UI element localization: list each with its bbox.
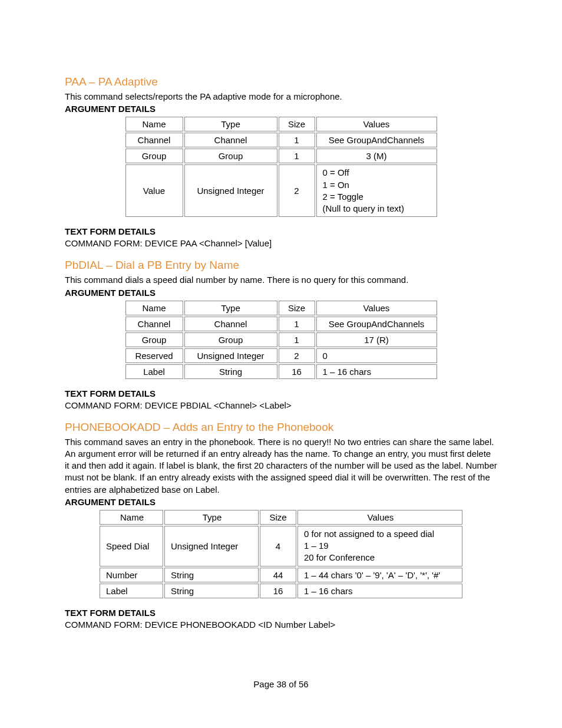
text-form-phonebookadd: TEXT FORM DETAILS COMMAND FORM: DEVICE P… xyxy=(65,608,497,630)
table-cell: 1 xyxy=(279,149,315,163)
table-cell: 17 (R) xyxy=(316,332,437,347)
text-form-details-label: TEXT FORM DETAILS xyxy=(65,608,497,618)
arg-table-body: ChannelChannel1See GroupAndChannelsGroup… xyxy=(125,317,437,379)
arg-table-paa: Name Type Size Values ChannelChannel1See… xyxy=(124,116,438,218)
table-cell: 1 – 16 chars xyxy=(297,584,462,598)
command-form-paa: COMMAND FORM: DEVICE PAA <Channel> [Valu… xyxy=(65,238,497,248)
table-cell: Unsigned Integer xyxy=(184,164,277,217)
table-cell: Channel xyxy=(184,317,277,331)
th-size: Size xyxy=(279,117,315,131)
table-row: ChannelChannel1See GroupAndChannels xyxy=(125,317,437,331)
th-name: Name xyxy=(125,301,183,315)
th-type: Type xyxy=(184,117,277,131)
page: PAA – PA Adaptive This command selects/r… xyxy=(0,0,562,728)
table-cell: Speed Dial xyxy=(100,526,163,566)
table-cell: Group xyxy=(125,149,183,163)
table-cell: String xyxy=(164,568,259,582)
table-row: ValueUnsigned Integer20 = Off1 = On2 = T… xyxy=(125,164,437,217)
th-size: Size xyxy=(260,510,296,525)
arg-table-body: ChannelChannel1See GroupAndChannelsGroup… xyxy=(125,133,437,217)
section-heading-paa: PAA – PA Adaptive xyxy=(65,75,497,88)
th-name: Name xyxy=(125,117,183,131)
table-cell: Number xyxy=(100,568,163,582)
table-cell: Unsigned Integer xyxy=(184,348,277,363)
table-row: LabelString161 – 16 chars xyxy=(125,364,437,379)
th-size: Size xyxy=(279,301,315,315)
table-cell: See GroupAndChannels xyxy=(316,317,437,331)
table-cell: 1 xyxy=(279,133,315,147)
th-values: Values xyxy=(297,510,462,525)
table-header-row: Name Type Size Values xyxy=(125,301,437,315)
table-cell: 4 xyxy=(260,526,296,566)
table-cell: Reserved xyxy=(125,348,183,363)
table-cell: 0 for not assigned to a speed dial1 – 19… xyxy=(297,526,462,566)
argument-details-label: ARGUMENT DETAILS xyxy=(65,497,497,507)
argument-details-label: ARGUMENT DETAILS xyxy=(65,104,497,114)
table-cell: 1 – 16 chars xyxy=(316,364,437,379)
table-cell: Group xyxy=(125,332,183,347)
table-cell: Label xyxy=(125,364,183,379)
section-desc-pbdial: This command dials a speed dial number b… xyxy=(65,274,497,286)
table-cell: Channel xyxy=(125,317,183,331)
table-cell: Channel xyxy=(184,133,277,147)
text-form-pbdial: TEXT FORM DETAILS COMMAND FORM: DEVICE P… xyxy=(65,388,497,410)
table-header-row: Name Type Size Values xyxy=(125,117,437,131)
th-values: Values xyxy=(316,301,437,315)
section-heading-phonebookadd: PHONEBOOKADD – Adds an Entry to the Phon… xyxy=(65,421,497,434)
table-cell: Label xyxy=(100,584,163,598)
text-form-details-label: TEXT FORM DETAILS xyxy=(65,226,497,236)
table-cell: String xyxy=(184,364,277,379)
table-cell: 2 xyxy=(279,164,315,217)
table-cell: See GroupAndChannels xyxy=(316,133,437,147)
table-row: ChannelChannel1See GroupAndChannels xyxy=(125,133,437,147)
table-row: GroupGroup117 (R) xyxy=(125,332,437,347)
table-cell: 0 xyxy=(316,348,437,363)
table-cell: Unsigned Integer xyxy=(164,526,259,566)
arg-table-body: Speed DialUnsigned Integer40 for not ass… xyxy=(100,526,462,598)
table-row: ReservedUnsigned Integer20 xyxy=(125,348,437,363)
table-cell: 1 – 44 chars '0' – '9', 'A' – 'D', '*', … xyxy=(297,568,462,582)
th-name: Name xyxy=(100,510,163,525)
table-row: LabelString161 – 16 chars xyxy=(100,584,462,598)
page-footer: Page 38 of 56 xyxy=(0,679,562,689)
table-cell: 0 = Off1 = On2 = Toggle(Null to query in… xyxy=(316,164,437,217)
text-form-paa: TEXT FORM DETAILS COMMAND FORM: DEVICE P… xyxy=(65,226,497,248)
table-cell: 16 xyxy=(279,364,315,379)
table-cell: 2 xyxy=(279,348,315,363)
table-row: GroupGroup13 (M) xyxy=(125,149,437,163)
table-row: NumberString441 – 44 chars '0' – '9', 'A… xyxy=(100,568,462,582)
arg-table-phonebookadd: Name Type Size Values Speed DialUnsigned… xyxy=(98,509,464,599)
arg-table-pbdial: Name Type Size Values ChannelChannel1See… xyxy=(124,299,438,380)
th-type: Type xyxy=(164,510,259,525)
table-cell: 1 xyxy=(279,332,315,347)
table-cell: 44 xyxy=(260,568,296,582)
th-type: Type xyxy=(184,301,277,315)
table-cell: Channel xyxy=(125,133,183,147)
table-row: Speed DialUnsigned Integer40 for not ass… xyxy=(100,526,462,566)
table-cell: Group xyxy=(184,149,277,163)
table-cell: 3 (M) xyxy=(316,149,437,163)
text-form-details-label: TEXT FORM DETAILS xyxy=(65,388,497,398)
table-cell: 1 xyxy=(279,317,315,331)
table-header-row: Name Type Size Values xyxy=(100,510,462,525)
table-cell: String xyxy=(164,584,259,598)
th-values: Values xyxy=(316,117,437,131)
command-form-pbdial: COMMAND FORM: DEVICE PBDIAL <Channel> <L… xyxy=(65,400,497,410)
section-desc-paa: This command selects/reports the PA adap… xyxy=(65,91,497,103)
section-desc-phonebookadd: This command saves an entry in the phone… xyxy=(65,436,497,496)
table-cell: 16 xyxy=(260,584,296,598)
argument-details-label: ARGUMENT DETAILS xyxy=(65,288,497,298)
table-cell: Group xyxy=(184,332,277,347)
section-heading-pbdial: PbDIAL – Dial a PB Entry by Name xyxy=(65,259,497,272)
command-form-phonebookadd: COMMAND FORM: DEVICE PHONEBOOKADD <ID Nu… xyxy=(65,620,497,630)
table-cell: Value xyxy=(125,164,183,217)
